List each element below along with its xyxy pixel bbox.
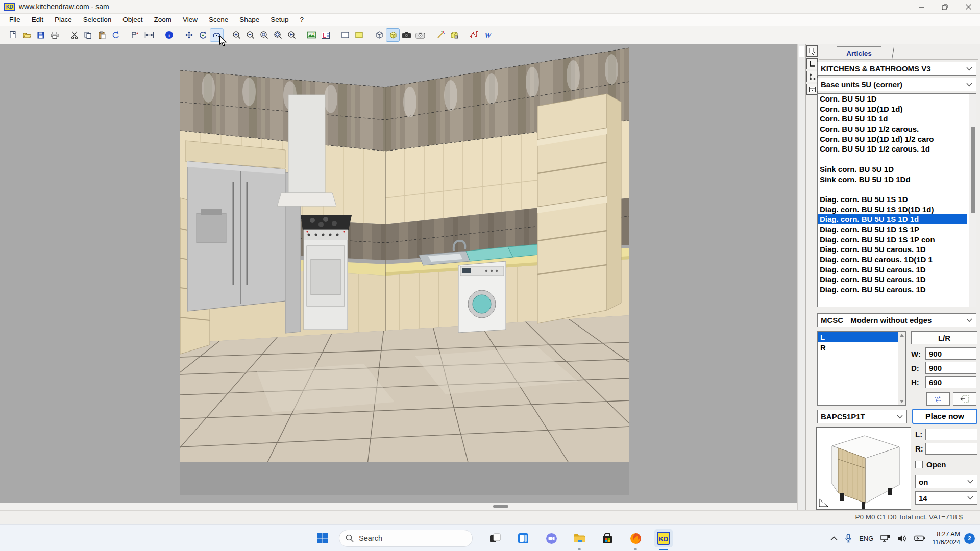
- vertical-scroll-thumb[interactable]: [799, 46, 804, 57]
- file-explorer-button[interactable]: [570, 529, 589, 547]
- menu-help[interactable]: ?: [295, 14, 310, 26]
- article-list-scroll-thumb[interactable]: [971, 127, 975, 213]
- menu-scene[interactable]: Scene: [203, 14, 234, 26]
- article-item[interactable]: Diag. corn. BU 5U carous. 1D: [818, 274, 976, 285]
- new-document-icon[interactable]: [6, 28, 20, 42]
- sku-select[interactable]: BAPC51P1T: [817, 410, 907, 423]
- article-list-scrollbar[interactable]: [969, 94, 976, 307]
- horizontal-scroll-thumb[interactable]: [493, 505, 508, 508]
- open-checkbox[interactable]: [915, 461, 923, 468]
- depth-field[interactable]: [925, 362, 976, 374]
- catalog-box-icon[interactable]: [447, 28, 461, 42]
- kitchendraw-taskbar-button[interactable]: KD: [654, 529, 673, 547]
- article-item[interactable]: Diag. corn. BU 5U carous. 1D: [818, 265, 976, 275]
- solid-3d-icon[interactable]: [386, 28, 400, 42]
- menu-shape[interactable]: Shape: [234, 14, 265, 26]
- render-photo-icon[interactable]: [400, 28, 413, 42]
- save-icon[interactable]: [34, 28, 47, 42]
- article-item[interactable]: Sink corn. BU 5U 1D 1Dd: [818, 174, 976, 185]
- plan-view-icon[interactable]: [352, 28, 366, 42]
- undo-icon[interactable]: [109, 28, 122, 42]
- cabinet-tool-button[interactable]: [806, 84, 818, 95]
- word-export-icon[interactable]: W: [481, 28, 495, 42]
- firefox-button[interactable]: [626, 529, 645, 547]
- move-icon[interactable]: [182, 28, 196, 42]
- width-field[interactable]: [925, 347, 976, 360]
- tab-articles[interactable]: Articles: [837, 46, 881, 59]
- zoom-window-icon[interactable]: [257, 28, 271, 42]
- rotate-icon[interactable]: [196, 28, 210, 42]
- article-item[interactable]: Diag. corn. BU 5U 1D 1S 1P con: [818, 235, 976, 245]
- scroll-up-arrow[interactable]: [900, 334, 904, 337]
- close-button[interactable]: [957, 0, 980, 14]
- copy-icon[interactable]: [81, 28, 95, 42]
- task-view-button[interactable]: [486, 529, 504, 547]
- open-file-icon[interactable]: [20, 28, 34, 42]
- article-item[interactable]: Corn. BU 5U 1D 1d: [818, 114, 976, 124]
- wireframe-3d-icon[interactable]: [372, 28, 386, 42]
- tray-chevron-up-icon[interactable]: [827, 529, 841, 547]
- battery-tray-icon[interactable]: [911, 529, 929, 547]
- cut-icon[interactable]: [67, 28, 81, 42]
- zoom-in-icon[interactable]: [230, 28, 243, 42]
- right-gap-field[interactable]: [925, 443, 977, 455]
- canvas-vertical-scrollbar[interactable]: [797, 44, 805, 510]
- orientation-list[interactable]: L R: [817, 331, 906, 406]
- orientation-left[interactable]: L: [818, 332, 898, 342]
- pick-list-button[interactable]: [953, 392, 976, 406]
- article-list[interactable]: Corn. BU 5U 1D Corn. BU 5U 1D(1D 1d) Cor…: [817, 93, 976, 307]
- dimensions-icon[interactable]: [142, 28, 156, 42]
- print-icon[interactable]: [47, 28, 61, 42]
- scroll-down-arrow[interactable]: [900, 400, 904, 403]
- elevation-view-icon[interactable]: [338, 28, 352, 42]
- menu-object[interactable]: Object: [117, 14, 148, 26]
- handing-select[interactable]: on: [915, 475, 977, 488]
- orientation-right[interactable]: R: [818, 342, 905, 353]
- article-item[interactable]: Corn. BU 5U 1D 1/2 carous.: [818, 124, 976, 134]
- zoom-all-icon[interactable]: [271, 28, 285, 42]
- microphone-tray-icon[interactable]: [841, 529, 855, 547]
- network-tray-icon[interactable]: [877, 529, 894, 547]
- corner-indicator-icon[interactable]: [818, 498, 829, 508]
- article-item[interactable]: Corn. BU 5U 1D 1/2 carous. 1d: [818, 144, 976, 154]
- menu-edit[interactable]: Edit: [26, 14, 49, 26]
- menu-place[interactable]: Place: [49, 14, 78, 26]
- article-item[interactable]: Diag. corn. BU 5U carous. 1D: [818, 285, 976, 295]
- swap-dimensions-button[interactable]: [926, 392, 950, 406]
- lr-toggle-button[interactable]: L/R: [911, 331, 977, 344]
- place-now-button[interactable]: Place now: [912, 409, 977, 424]
- chat-button[interactable]: [542, 529, 560, 547]
- article-item[interactable]: Diag. corn. BU 5U 1D 1S 1P: [818, 224, 976, 235]
- photo-view-icon[interactable]: [305, 28, 318, 42]
- edit-path-icon[interactable]: [467, 28, 481, 42]
- magic-wand-icon[interactable]: [433, 28, 447, 42]
- article-item[interactable]: Corn. BU 5U 1D(1D 1d) 1/2 caro: [818, 134, 976, 144]
- article-item[interactable]: Diag. corn. BU 5U carous. 1D: [818, 244, 976, 255]
- start-button[interactable]: [313, 529, 332, 547]
- corner-tool-button[interactable]: [806, 58, 818, 69]
- menu-setup[interactable]: Setup: [265, 14, 294, 26]
- article-item[interactable]: Sink corn. BU 5U 1D: [818, 164, 976, 174]
- scheme-tool-button[interactable]: [806, 71, 818, 82]
- viewport-3d[interactable]: [0, 44, 805, 503]
- minimize-button[interactable]: [910, 0, 933, 14]
- tag-tool-button[interactable]: [806, 45, 818, 57]
- article-item[interactable]: Diag. corn. BU carous. 1D(1D 1: [818, 255, 976, 265]
- menu-selection[interactable]: Selection: [78, 14, 117, 26]
- article-item[interactable]: Corn. BU 5U 1D: [818, 94, 976, 104]
- notification-badge[interactable]: 2: [964, 533, 975, 544]
- paste-icon[interactable]: [95, 28, 109, 42]
- orientation-scrollbar[interactable]: [898, 332, 905, 405]
- article-item[interactable]: Diag. corn. BU 5U 1S 1D(1D 1d): [818, 205, 976, 215]
- menu-file[interactable]: File: [4, 14, 26, 26]
- dimension-level-icon[interactable]: [129, 28, 142, 42]
- store-button[interactable]: [598, 529, 617, 547]
- zoom-previous-icon[interactable]: [285, 28, 299, 42]
- style-select[interactable]: MCSC Modern without edges: [817, 313, 976, 327]
- object-info-icon[interactable]: i: [162, 28, 176, 42]
- plan-with-dimensions-icon[interactable]: [318, 28, 332, 42]
- height-field[interactable]: [925, 376, 976, 388]
- volume-tray-icon[interactable]: [894, 529, 911, 547]
- clock[interactable]: 8:27 AM 11/6/2024: [932, 530, 960, 547]
- article-item-selected[interactable]: Diag. corn. BU 5U 1S 1D 1d: [818, 214, 967, 224]
